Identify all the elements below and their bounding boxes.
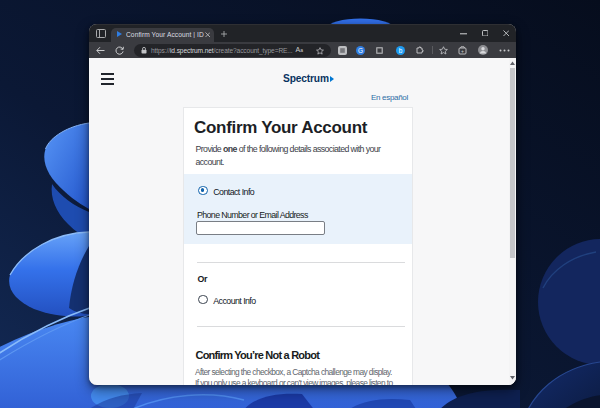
svg-text:b: b (398, 46, 402, 53)
svg-text:G: G (358, 46, 363, 53)
svg-text:+: + (461, 47, 464, 53)
